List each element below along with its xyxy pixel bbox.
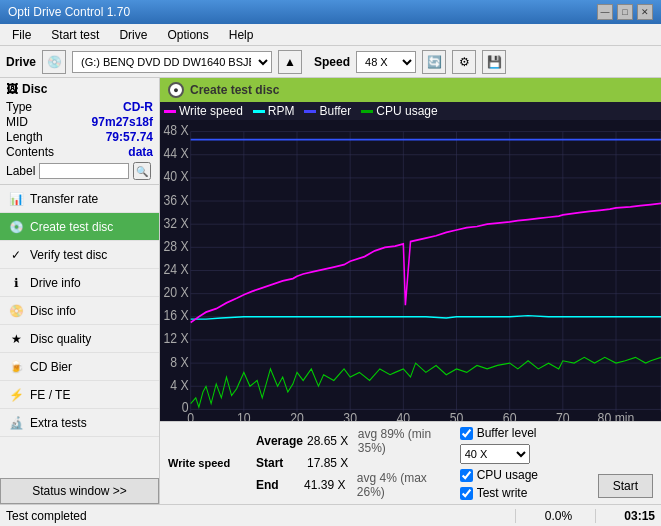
svg-text:10: 10 <box>237 411 251 421</box>
disc-info-panel: 🖼 Disc Type CD-R MID 97m27s18f Length 79… <box>0 78 159 185</box>
main-layout: 🖼 Disc Type CD-R MID 97m27s18f Length 79… <box>0 78 661 504</box>
menu-options[interactable]: Options <box>159 26 216 44</box>
cpu-usage-label: CPU usage <box>477 468 538 482</box>
legend-rpm: RPM <box>253 104 295 118</box>
length-label: Length <box>6 130 43 144</box>
svg-text:70: 70 <box>556 411 570 421</box>
nav-disc-quality[interactable]: ★ Disc quality <box>0 325 159 353</box>
disc-quality-icon: ★ <box>8 331 24 347</box>
svg-text:30: 30 <box>343 411 357 421</box>
test-speed-select[interactable]: 40 X 48 X 32 X <box>460 444 530 464</box>
minimize-button[interactable]: — <box>597 4 613 20</box>
chart-container: 48 X 44 X 40 X 36 X 32 X 28 X 24 X 20 X … <box>160 120 661 421</box>
average-value: 28.65 X <box>307 434 352 448</box>
create-test-disc-icon: 💿 <box>8 219 24 235</box>
average-label: Average <box>256 434 301 448</box>
test-write-row: Test write <box>460 486 528 500</box>
close-button[interactable]: ✕ <box>637 4 653 20</box>
verify-test-disc-icon: ✓ <box>8 247 24 263</box>
speed-select[interactable]: 48 X <box>356 51 416 73</box>
nav-label-fe-te: FE / TE <box>30 388 70 402</box>
stats-column: Average 28.65 X avg 89% (min 35%) Start … <box>256 426 452 500</box>
menu-drive[interactable]: Drive <box>111 26 155 44</box>
speed-dropdown-row: 40 X 48 X 32 X <box>460 444 530 464</box>
nav-transfer-rate[interactable]: 📊 Transfer rate <box>0 185 159 213</box>
start-label: Start <box>256 456 301 470</box>
svg-text:80 min: 80 min <box>598 411 635 421</box>
svg-text:4 X: 4 X <box>170 377 189 393</box>
nav-drive-info[interactable]: ℹ Drive info <box>0 269 159 297</box>
nav-label-disc-info: Disc info <box>30 304 76 318</box>
nav-verify-test-disc[interactable]: ✓ Verify test disc <box>0 241 159 269</box>
disc-length-row: Length 79:57.74 <box>6 130 153 144</box>
nav-cd-bier[interactable]: 🍺 CD Bier <box>0 353 159 381</box>
content-header: ● Create test disc <box>160 78 661 102</box>
status-text: Test completed <box>6 509 515 523</box>
cpu-usage-row: CPU usage <box>460 468 538 482</box>
svg-text:48 X: 48 X <box>163 122 188 138</box>
legend-cpu-label: CPU usage <box>376 104 437 118</box>
nav-label-create-test-disc: Create test disc <box>30 220 113 234</box>
drive-select[interactable]: (G:) BENQ DVD DD DW1640 BSJB <box>72 51 272 73</box>
test-write-checkbox[interactable] <box>460 487 473 500</box>
svg-text:24 X: 24 X <box>163 261 188 277</box>
svg-text:8 X: 8 X <box>170 354 189 370</box>
sidebar: 🖼 Disc Type CD-R MID 97m27s18f Length 79… <box>0 78 160 504</box>
end-label: End <box>256 478 298 492</box>
speed-label: Speed <box>314 55 350 69</box>
stats-start-row: Start 17.85 X <box>256 456 452 470</box>
svg-text:40 X: 40 X <box>163 169 188 185</box>
window-controls: — □ ✕ <box>597 4 653 20</box>
content-header-icon: ● <box>168 82 184 98</box>
disc-label-input[interactable] <box>39 163 129 179</box>
svg-text:20: 20 <box>290 411 304 421</box>
buffer-level-row: Buffer level <box>460 426 537 440</box>
type-label: Type <box>6 100 32 114</box>
svg-text:44 X: 44 X <box>163 145 188 161</box>
menu-start-test[interactable]: Start test <box>43 26 107 44</box>
menu-file[interactable]: File <box>4 26 39 44</box>
svg-text:16 X: 16 X <box>163 308 188 324</box>
settings-button[interactable]: ⚙ <box>452 50 476 74</box>
nav-disc-info[interactable]: 📀 Disc info <box>0 297 159 325</box>
contents-value: data <box>128 145 153 159</box>
legend-write-speed: Write speed <box>164 104 243 118</box>
length-value: 79:57.74 <box>106 130 153 144</box>
buffer-level-checkbox[interactable] <box>460 427 473 440</box>
average-extra: avg 89% (min 35%) <box>358 427 452 455</box>
fe-te-icon: ⚡ <box>8 387 24 403</box>
drive-info-icon: ℹ <box>8 275 24 291</box>
transfer-rate-icon: 📊 <box>8 191 24 207</box>
start-button[interactable]: Start <box>598 474 653 498</box>
nav-extra-tests[interactable]: 🔬 Extra tests <box>0 409 159 437</box>
menu-help[interactable]: Help <box>221 26 262 44</box>
legend-cpu-color <box>361 110 373 113</box>
refresh-button[interactable]: 🔄 <box>422 50 446 74</box>
mid-label: MID <box>6 115 28 129</box>
drive-icon: 💿 <box>42 50 66 74</box>
status-window-button[interactable]: Status window >> <box>0 478 159 504</box>
contents-label: Contents <box>6 145 54 159</box>
maximize-button[interactable]: □ <box>617 4 633 20</box>
cpu-usage-checkbox[interactable] <box>460 469 473 482</box>
legend-cpu: CPU usage <box>361 104 437 118</box>
svg-text:60: 60 <box>503 411 517 421</box>
mid-value: 97m27s18f <box>92 115 153 129</box>
disc-panel-header: 🖼 Disc <box>6 82 153 96</box>
extra-tests-icon: 🔬 <box>8 415 24 431</box>
nav-create-test-disc[interactable]: 💿 Create test disc <box>0 213 159 241</box>
legend-write-speed-label: Write speed <box>179 104 243 118</box>
svg-text:50: 50 <box>450 411 464 421</box>
type-value: CD-R <box>123 100 153 114</box>
eject-button[interactable]: ▲ <box>278 50 302 74</box>
end-value: 41.39 X <box>304 478 351 492</box>
save-button[interactable]: 💾 <box>482 50 506 74</box>
svg-text:40: 40 <box>397 411 411 421</box>
legend-buffer-color <box>304 110 316 113</box>
disc-label-search[interactable]: 🔍 <box>133 162 151 180</box>
stats-average-row: Average 28.65 X avg 89% (min 35%) <box>256 427 452 455</box>
nav-fe-te[interactable]: ⚡ FE / TE <box>0 381 159 409</box>
legend-buffer-label: Buffer <box>319 104 351 118</box>
app-title: Opti Drive Control 1.70 <box>8 5 130 19</box>
chart-legend: Write speed RPM Buffer CPU usage <box>160 102 661 120</box>
